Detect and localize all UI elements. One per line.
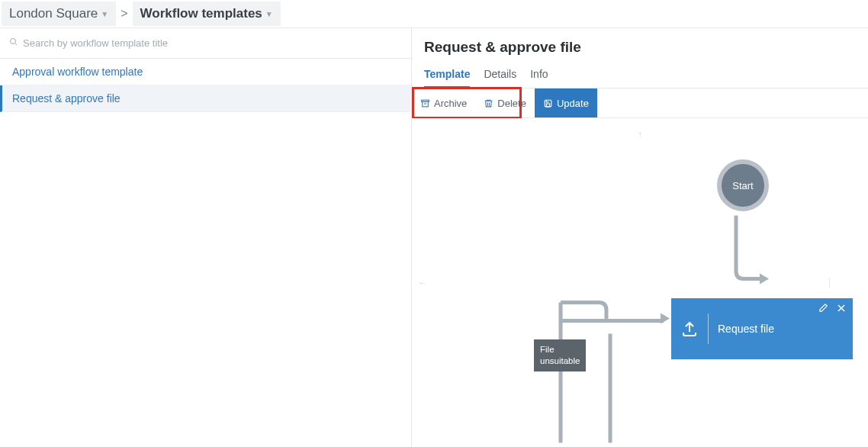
upload-icon [680,320,699,338]
breadcrumb: London Square ▼ > Workflow templates ▼ [0,0,868,27]
flow-request-file-node[interactable]: Request file [671,298,853,359]
archive-label: Archive [434,98,467,109]
main-panel: Approval workflow template Request & app… [0,27,868,447]
svg-point-0 [11,39,16,44]
action-bar: Archive Delete Update [412,88,868,118]
save-icon [543,98,553,108]
archive-button[interactable]: Archive [412,88,475,117]
search-input[interactable] [23,37,402,49]
breadcrumb-org-label: London Square [9,6,98,21]
edit-icon[interactable] [818,303,828,316]
detail-tabs: Template Details Info [412,60,868,88]
search-icon [9,37,18,49]
tab-info[interactable]: Info [530,63,548,88]
template-list-panel: Approval workflow template Request & app… [0,28,412,447]
update-button[interactable]: Update [535,88,597,117]
pan-up-icon[interactable]: ↑ [638,129,642,140]
svg-rect-8 [546,104,549,107]
workflow-canvas[interactable]: ↑ ← Start Re [412,118,868,447]
breadcrumb-org[interactable]: London Square ▼ [2,2,116,26]
update-label: Update [557,98,589,109]
tab-template[interactable]: Template [424,63,470,88]
template-detail-panel: Request & approve file Template Details … [412,28,868,447]
breadcrumb-page-label: Workflow templates [140,6,262,21]
svg-line-1 [15,43,18,46]
template-list-item-selected[interactable]: Request & approve file [0,85,411,112]
archive-icon [420,98,430,108]
trash-icon [484,98,493,108]
detail-header: Request & approve file [412,28,868,60]
flow-unsuitable-node[interactable]: File unsuitable [534,339,586,371]
close-icon[interactable] [836,303,847,316]
template-list-item[interactable]: Approval workflow template [0,59,411,85]
node-actions [818,303,847,316]
flow-request-file-label: Request file [718,323,774,335]
template-name: Request & approve file [12,92,121,105]
pan-left-icon[interactable]: ← [418,278,830,288]
detail-title: Request & approve file [424,39,856,56]
flow-start-node[interactable]: Start [717,159,769,211]
search-row [0,28,411,59]
flow-start-label: Start [732,180,753,191]
svg-marker-9 [661,314,670,324]
chevron-down-icon: ▼ [101,10,108,18]
breadcrumb-page[interactable]: Workflow templates ▼ [133,2,281,26]
tab-details[interactable]: Details [484,63,516,88]
divider [708,314,709,344]
chevron-down-icon: ▼ [265,10,273,18]
template-name: Approval workflow template [12,66,143,78]
delete-button[interactable]: Delete [475,88,535,117]
breadcrumb-separator: > [119,7,129,21]
delete-label: Delete [497,98,526,109]
flow-unsuitable-label: File unsuitable [540,345,580,365]
